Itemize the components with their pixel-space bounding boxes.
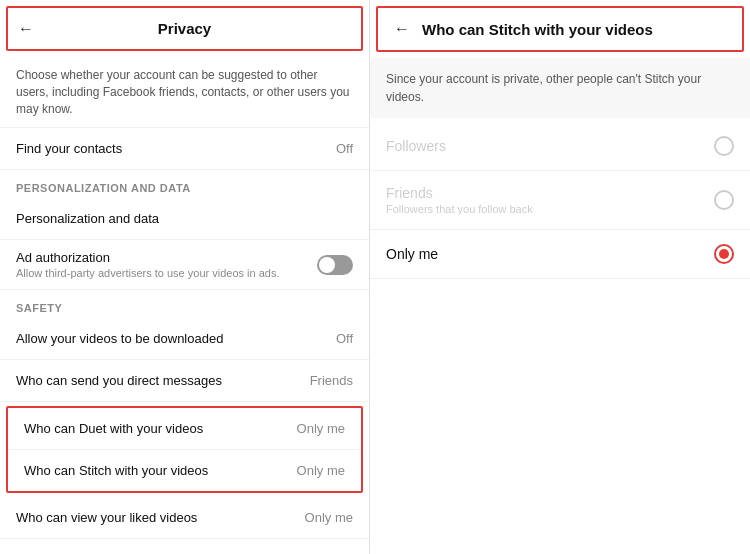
dm-value: Friends: [310, 373, 353, 388]
friends-label-block: Friends Followers that you follow back: [386, 185, 533, 215]
option-row-only-me[interactable]: Only me: [370, 230, 750, 279]
setting-row-comment-videos[interactable]: Who can comment on your videos Followers: [0, 539, 369, 554]
followers-label-block: Followers: [386, 138, 446, 154]
section-safety: SAFETY: [0, 290, 369, 318]
setting-row-personalization[interactable]: Personalization and data: [0, 198, 369, 240]
only-me-label-block: Only me: [386, 246, 438, 262]
ad-auth-main-label: Ad authorization: [16, 250, 280, 265]
friends-radio[interactable]: [714, 190, 734, 210]
setting-row-downloads[interactable]: Allow your videos to be downloaded Off: [0, 318, 369, 360]
section-personalization: PERSONALIZATION AND DATA: [0, 170, 369, 198]
setting-row-find-contacts[interactable]: Find your contacts Off: [0, 128, 369, 170]
friends-sublabel: Followers that you follow back: [386, 203, 533, 215]
ad-authorization-row[interactable]: Ad authorization Allow third-party adver…: [0, 240, 369, 290]
find-contacts-label: Find your contacts: [16, 141, 122, 156]
setting-row-stitch-left[interactable]: Who can Stitch with your videos Only me: [8, 450, 361, 491]
right-description: Since your account is private, other peo…: [370, 58, 750, 118]
downloads-value: Off: [336, 331, 353, 346]
only-me-radio[interactable]: [714, 244, 734, 264]
ad-auth-toggle[interactable]: [317, 255, 353, 275]
liked-videos-label: Who can view your liked videos: [16, 510, 197, 525]
stitch-left-label: Who can Stitch with your videos: [24, 463, 208, 478]
ad-authorization-labels: Ad authorization Allow third-party adver…: [16, 250, 280, 279]
highlighted-group: Who can Duet with your videos Only me Wh…: [6, 406, 363, 493]
find-contacts-value: Off: [336, 141, 353, 156]
duet-value: Only me: [297, 421, 345, 436]
setting-row-dm[interactable]: Who can send you direct messages Friends: [0, 360, 369, 402]
friends-label: Friends: [386, 185, 533, 201]
dm-label: Who can send you direct messages: [16, 373, 222, 388]
downloads-label: Allow your videos to be downloaded: [16, 331, 223, 346]
setting-row-liked-videos[interactable]: Who can view your liked videos Only me: [0, 497, 369, 539]
left-panel: ← Privacy Choose whether your account ca…: [0, 0, 370, 554]
ad-auth-sub-label: Allow third-party advertisers to use you…: [16, 267, 280, 279]
right-panel-title: Who can Stitch with your videos: [422, 21, 653, 38]
followers-radio[interactable]: [714, 136, 734, 156]
option-row-followers[interactable]: Followers: [370, 122, 750, 171]
followers-label: Followers: [386, 138, 446, 154]
back-arrow-left[interactable]: ←: [18, 20, 34, 38]
setting-row-duet[interactable]: Who can Duet with your videos Only me: [8, 408, 361, 450]
left-panel-header: ← Privacy: [6, 6, 363, 51]
right-panel: ← Who can Stitch with your videos Since …: [370, 0, 750, 554]
liked-videos-value: Only me: [305, 510, 353, 525]
only-me-label: Only me: [386, 246, 438, 262]
left-description: Choose whether your account can be sugge…: [0, 57, 369, 128]
left-panel-title: Privacy: [158, 20, 211, 37]
duet-label: Who can Duet with your videos: [24, 421, 203, 436]
back-arrow-right[interactable]: ←: [394, 20, 410, 38]
option-row-friends[interactable]: Friends Followers that you follow back: [370, 171, 750, 230]
stitch-left-value: Only me: [297, 463, 345, 478]
personalization-label: Personalization and data: [16, 211, 159, 226]
right-panel-header: ← Who can Stitch with your videos: [376, 6, 744, 52]
